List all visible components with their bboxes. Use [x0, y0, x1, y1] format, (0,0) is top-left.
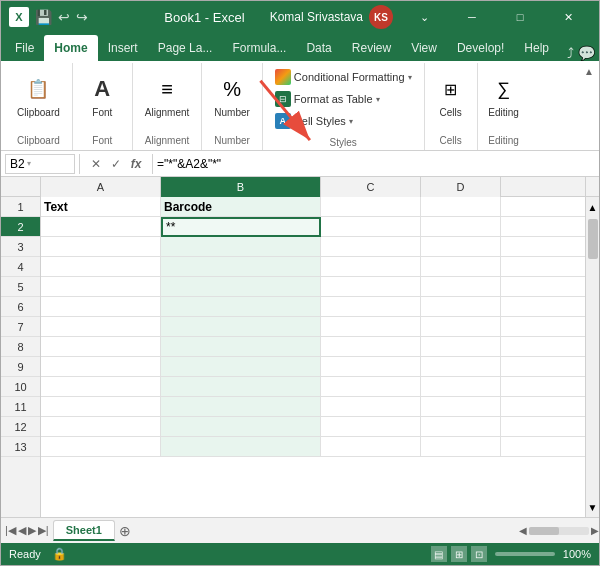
zoom-slider[interactable]: [495, 552, 555, 556]
col-header-c[interactable]: C: [321, 177, 421, 197]
minimize-btn[interactable]: ─: [449, 1, 495, 33]
editing-button[interactable]: ∑ Editing: [484, 71, 524, 131]
cell-a6[interactable]: [41, 297, 161, 317]
tab-home[interactable]: Home: [44, 35, 97, 61]
tab-data[interactable]: Data: [296, 35, 341, 61]
cell-a11[interactable]: [41, 397, 161, 417]
tab-help[interactable]: Help: [514, 35, 559, 61]
insert-function-icon[interactable]: fx: [128, 156, 144, 172]
cell-c9[interactable]: [321, 357, 421, 377]
cell-b4[interactable]: [161, 257, 321, 277]
tab-formulas[interactable]: Formula...: [222, 35, 296, 61]
cell-d13[interactable]: [421, 437, 501, 457]
ribbon-toggle-btn[interactable]: ⌄: [401, 1, 447, 33]
cell-c13[interactable]: [321, 437, 421, 457]
sheet-nav-next[interactable]: ▶: [28, 524, 36, 537]
add-sheet-button[interactable]: ⊕: [115, 521, 135, 541]
cell-d6[interactable]: [421, 297, 501, 317]
accept-formula-icon[interactable]: ✓: [108, 156, 124, 172]
quick-undo-icon[interactable]: ↩: [58, 9, 70, 25]
cell-c12[interactable]: [321, 417, 421, 437]
ribbon-collapse-btn[interactable]: ▲: [581, 63, 597, 79]
col-header-d[interactable]: D: [421, 177, 501, 197]
cell-b12[interactable]: [161, 417, 321, 437]
cell-a9[interactable]: [41, 357, 161, 377]
cell-a8[interactable]: [41, 337, 161, 357]
cell-d4[interactable]: [421, 257, 501, 277]
number-button[interactable]: % Number: [210, 71, 254, 120]
alignment-button[interactable]: ≡ Alignment: [141, 71, 193, 120]
cell-b11[interactable]: [161, 397, 321, 417]
cell-a7[interactable]: [41, 317, 161, 337]
tab-review[interactable]: Review: [342, 35, 401, 61]
cell-a5[interactable]: [41, 277, 161, 297]
cell-b2[interactable]: **: [161, 217, 321, 237]
share-icon[interactable]: ⤴: [567, 45, 574, 61]
cell-b7[interactable]: [161, 317, 321, 337]
cell-c2[interactable]: [321, 217, 421, 237]
h-scrollbar[interactable]: ◀ ▶: [519, 525, 599, 536]
format-as-table-button[interactable]: ⊟ Format as Table ▾: [271, 89, 416, 109]
cell-d8[interactable]: [421, 337, 501, 357]
scroll-down-btn[interactable]: ▼: [586, 497, 599, 517]
v-scroll-thumb[interactable]: [588, 219, 598, 259]
quick-redo-icon[interactable]: ↪: [76, 9, 88, 25]
cell-c3[interactable]: [321, 237, 421, 257]
cell-c1[interactable]: [321, 197, 421, 217]
cell-b3[interactable]: [161, 237, 321, 257]
quick-save-icon[interactable]: 💾: [35, 9, 52, 25]
cell-b13[interactable]: [161, 437, 321, 457]
col-header-a[interactable]: A: [41, 177, 161, 197]
sheet-nav-prev[interactable]: ◀: [18, 524, 26, 537]
cell-c4[interactable]: [321, 257, 421, 277]
cell-b8[interactable]: [161, 337, 321, 357]
comments-icon[interactable]: 💬: [578, 45, 595, 61]
scroll-up-btn[interactable]: ▲: [586, 197, 599, 217]
page-break-btn[interactable]: ⊡: [471, 546, 487, 562]
cell-d5[interactable]: [421, 277, 501, 297]
cell-a13[interactable]: [41, 437, 161, 457]
normal-view-btn[interactable]: ▤: [431, 546, 447, 562]
sheet-tab-sheet1[interactable]: Sheet1: [53, 520, 115, 541]
cell-b6[interactable]: [161, 297, 321, 317]
cancel-formula-icon[interactable]: ✕: [88, 156, 104, 172]
cell-d3[interactable]: [421, 237, 501, 257]
scroll-left-btn[interactable]: ◀: [519, 525, 527, 536]
cells-button[interactable]: ⊞ Cells: [431, 71, 471, 131]
tab-insert[interactable]: Insert: [98, 35, 148, 61]
name-box[interactable]: B2 ▾: [5, 154, 75, 174]
cell-c5[interactable]: [321, 277, 421, 297]
maximize-btn[interactable]: □: [497, 1, 543, 33]
cell-c7[interactable]: [321, 317, 421, 337]
cell-a4[interactable]: [41, 257, 161, 277]
close-btn[interactable]: ✕: [545, 1, 591, 33]
sheet-nav-last[interactable]: ▶|: [38, 524, 49, 537]
cell-a3[interactable]: [41, 237, 161, 257]
col-header-b[interactable]: B: [161, 177, 321, 197]
cell-c11[interactable]: [321, 397, 421, 417]
cell-d12[interactable]: [421, 417, 501, 437]
cell-a10[interactable]: [41, 377, 161, 397]
cell-b1[interactable]: Barcode: [161, 197, 321, 217]
tab-page-layout[interactable]: Page La...: [148, 35, 223, 61]
formula-input[interactable]: [157, 157, 595, 171]
cell-b5[interactable]: [161, 277, 321, 297]
page-layout-btn[interactable]: ⊞: [451, 546, 467, 562]
cell-a1[interactable]: Text: [41, 197, 161, 217]
vertical-scrollbar[interactable]: ▲ ▼: [585, 197, 599, 517]
cell-c8[interactable]: [321, 337, 421, 357]
cell-d7[interactable]: [421, 317, 501, 337]
tab-file[interactable]: File: [5, 35, 44, 61]
cell-styles-button[interactable]: A Cell Styles ▾: [271, 111, 416, 131]
conditional-formatting-button[interactable]: Conditional Formatting ▾: [271, 67, 416, 87]
cell-d9[interactable]: [421, 357, 501, 377]
scroll-right-btn[interactable]: ▶: [591, 525, 599, 536]
cell-d2[interactable]: [421, 217, 501, 237]
cell-a2[interactable]: [41, 217, 161, 237]
sheet-nav-first[interactable]: |◀: [5, 524, 16, 537]
cell-a12[interactable]: [41, 417, 161, 437]
cell-c6[interactable]: [321, 297, 421, 317]
tab-view[interactable]: View: [401, 35, 447, 61]
paste-button[interactable]: 📋 Clipboard: [13, 71, 64, 120]
cell-d1[interactable]: [421, 197, 501, 217]
